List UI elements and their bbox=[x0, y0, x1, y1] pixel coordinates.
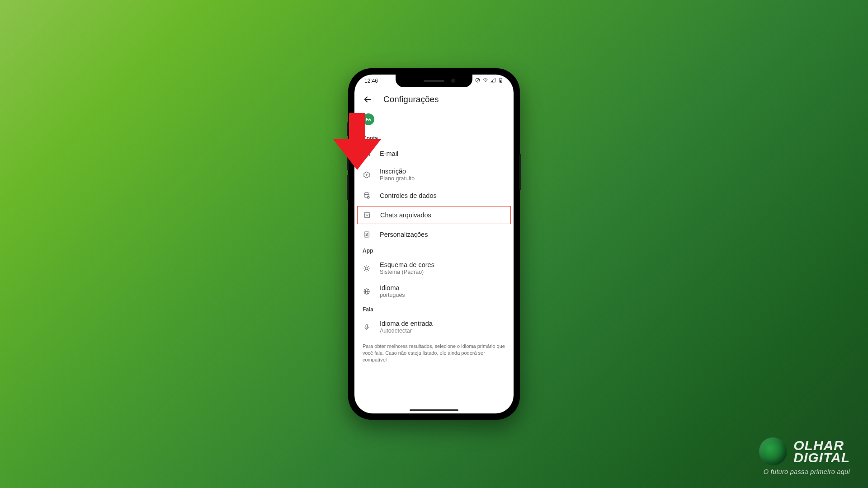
avatar-initials: FA bbox=[366, 117, 371, 122]
menu-item-idioma-entrada[interactable]: Idioma de entrada Autodetectar bbox=[354, 315, 514, 338]
svg-rect-4 bbox=[500, 80, 501, 82]
menu-title-personalizacoes: Personalizações bbox=[380, 231, 428, 238]
menu-sub-idioma-entrada: Autodetectar bbox=[380, 328, 433, 334]
notch-speaker bbox=[424, 80, 444, 82]
menu-item-arquivados[interactable]: Chats arquivados bbox=[363, 211, 505, 219]
svg-point-2 bbox=[485, 81, 486, 82]
globe-icon bbox=[363, 287, 371, 296]
brand-name-line2: DIGITAL bbox=[793, 451, 850, 464]
app-header: Configurações bbox=[354, 87, 514, 110]
section-label-app: App bbox=[354, 244, 514, 257]
archive-icon bbox=[363, 211, 371, 219]
battery-icon bbox=[498, 77, 504, 84]
menu-item-idioma[interactable]: Idioma português bbox=[354, 280, 514, 303]
menu-title-arquivados: Chats arquivados bbox=[380, 211, 431, 219]
menu-title-email: E-mail bbox=[380, 150, 398, 157]
status-time: 12:46 bbox=[364, 78, 378, 84]
svg-point-11 bbox=[366, 233, 368, 235]
notch-camera bbox=[451, 79, 455, 83]
section-label-conta: Conta bbox=[354, 131, 514, 144]
menu-sub-inscricao: Plano gratuito bbox=[380, 175, 415, 182]
phone-button-vol-down bbox=[347, 175, 349, 200]
menu-item-controles[interactable]: Controles de dados bbox=[354, 186, 514, 205]
menu-title-idioma-entrada: Idioma de entrada bbox=[380, 320, 433, 327]
phone-button-silence bbox=[347, 122, 349, 136]
brand-name-line1: OLHAR bbox=[793, 439, 850, 451]
mail-icon bbox=[363, 150, 371, 158]
profile-row[interactable]: FA bbox=[354, 110, 514, 131]
svg-rect-5 bbox=[500, 78, 501, 78]
menu-item-inscricao[interactable]: Inscrição Plano gratuito bbox=[354, 163, 514, 186]
subscription-icon bbox=[363, 171, 371, 179]
personalize-icon bbox=[363, 230, 371, 239]
phone-frame: 12:46 Configurações FA Conta E-mail bbox=[348, 68, 520, 420]
svg-rect-9 bbox=[364, 213, 370, 214]
svg-rect-15 bbox=[366, 324, 368, 328]
menu-sub-idioma: português bbox=[380, 292, 405, 298]
phone-button-power bbox=[519, 154, 521, 190]
speech-footnote: Para obter melhores resultados, selecion… bbox=[354, 338, 514, 363]
menu-title-inscricao: Inscrição bbox=[380, 168, 415, 175]
menu-title-idioma: Idioma bbox=[380, 284, 405, 291]
brand-watermark: OLHAR DIGITAL O futuro passa primeiro aq… bbox=[759, 437, 850, 475]
home-indicator[interactable] bbox=[410, 409, 458, 411]
svg-line-1 bbox=[476, 79, 479, 81]
menu-item-personalizacoes[interactable]: Personalizações bbox=[354, 225, 514, 244]
menu-title-cores: Esquema de cores bbox=[380, 261, 434, 268]
phone-button-vol-up bbox=[347, 145, 349, 170]
data-controls-icon bbox=[363, 192, 371, 200]
microphone-icon bbox=[363, 323, 371, 331]
svg-point-12 bbox=[365, 267, 368, 270]
back-arrow-icon[interactable] bbox=[363, 94, 373, 104]
signal-icon bbox=[490, 77, 496, 84]
dnd-icon bbox=[475, 77, 481, 84]
menu-title-controles: Controles de dados bbox=[380, 192, 437, 199]
page-title: Configurações bbox=[383, 94, 439, 104]
brand-logo-icon bbox=[759, 437, 787, 465]
avatar: FA bbox=[363, 113, 374, 125]
highlight-archived-chats: Chats arquivados bbox=[357, 206, 511, 224]
menu-item-cores[interactable]: Esquema de cores Sistema (Padrão) bbox=[354, 257, 514, 280]
menu-sub-cores: Sistema (Padrão) bbox=[380, 269, 434, 275]
svg-point-7 bbox=[364, 192, 369, 195]
section-label-fala: Fala bbox=[354, 303, 514, 315]
color-scheme-icon bbox=[363, 264, 371, 272]
wifi-icon bbox=[482, 77, 488, 84]
phone-screen: 12:46 Configurações FA Conta E-mail bbox=[354, 75, 514, 413]
phone-notch bbox=[396, 75, 472, 87]
menu-item-email[interactable]: E-mail bbox=[354, 144, 514, 163]
brand-tagline: O futuro passa primeiro aqui bbox=[764, 468, 850, 475]
